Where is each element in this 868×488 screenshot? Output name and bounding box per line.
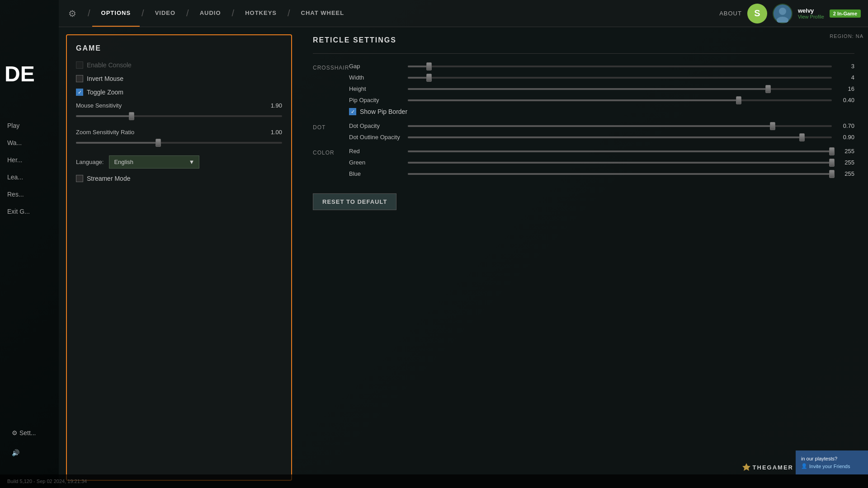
main-content: GAME Enable Console Invert Mouse Toggle … (59, 27, 868, 488)
dot-outline-opacity-value: 0.90 (836, 134, 854, 141)
nav-sep-5: / (288, 8, 290, 19)
about-link[interactable]: ABOUT (719, 10, 742, 17)
nav-sep-2: / (142, 8, 144, 19)
game-panel: GAME Enable Console Invert Mouse Toggle … (66, 34, 292, 481)
red-slider[interactable] (408, 150, 832, 152)
tab-hotkeys[interactable]: HOTKEYS (236, 0, 286, 27)
dot-outline-opacity-slider[interactable] (408, 136, 832, 138)
pip-opacity-thumb[interactable] (736, 96, 741, 104)
tab-audio[interactable]: AUDIO (191, 0, 230, 27)
show-pip-border-row: Show Pip Border (349, 108, 854, 115)
level-badge: S (747, 4, 767, 23)
zoom-sensitivity-fill (76, 142, 158, 144)
toggle-zoom-checkbox[interactable] (76, 89, 83, 96)
red-thumb[interactable] (829, 147, 835, 155)
user-avatar (773, 4, 793, 23)
reticle-title: RETICLE SETTINGS (313, 36, 854, 44)
blue-slider[interactable] (408, 173, 832, 175)
streamer-mode-label: Streamer Mode (87, 175, 130, 182)
invite-friends-button[interactable]: 👤 Invite your Friends (801, 463, 863, 469)
blue-thumb[interactable] (829, 170, 835, 178)
dot-opacity-slider[interactable] (408, 125, 832, 127)
pip-opacity-fill (408, 99, 739, 101)
width-label: Width (349, 74, 403, 81)
sidebar-settings[interactable]: ⚙ Sett... (5, 425, 43, 441)
enable-console-label: Enable Console (87, 61, 132, 69)
height-row: Height 16 (349, 85, 854, 92)
language-value: English (114, 159, 133, 165)
green-fill (408, 162, 832, 164)
dot-opacity-fill (408, 125, 773, 127)
mouse-sensitivity-label: Mouse Sensitivity (76, 102, 122, 109)
nav-tabs: OPTIONS / VIDEO / AUDIO / HOTKEYS / CHAT… (92, 0, 354, 27)
dot-opacity-thumb[interactable] (770, 122, 775, 130)
tab-video[interactable]: VIDEO (146, 0, 184, 27)
width-fill (408, 77, 429, 79)
height-thumb[interactable] (765, 85, 771, 93)
reticle-panel: RETICLE SETTINGS CROSSHAIR Gap 3 Width (299, 27, 868, 488)
user-info: welvy View Profile (798, 7, 824, 19)
crosshair-section-label: CROSSHAIR (313, 63, 349, 71)
tab-chat-wheel[interactable]: CHAT WHEEL (292, 0, 354, 27)
sidebar-logo: DE (5, 63, 35, 85)
width-slider[interactable] (408, 77, 832, 79)
mouse-sensitivity-slider-container[interactable] (76, 112, 282, 121)
language-label: Language: (76, 159, 104, 165)
enable-console-checkbox[interactable] (76, 61, 83, 69)
dot-opacity-label: Dot Opacity (349, 122, 403, 129)
gear-icon: ⚙ (63, 5, 81, 23)
pip-opacity-slider[interactable] (408, 99, 832, 101)
blue-value: 255 (836, 170, 854, 177)
sidebar-item-exit[interactable]: Exit G... (0, 203, 59, 220)
dot-opacity-row: Dot Opacity 0.70 (349, 122, 854, 129)
gap-slider[interactable] (408, 66, 832, 67)
blue-label: Blue (349, 170, 403, 177)
zoom-sensitivity-label: Zoom Sensitivity Ratio (76, 129, 134, 136)
mouse-sensitivity-row: Mouse Sensitivity 1.90 (76, 102, 282, 121)
view-profile-link[interactable]: View Profile (798, 14, 824, 19)
mouse-sensitivity-thumb[interactable] (129, 112, 134, 120)
green-thumb[interactable] (829, 159, 835, 167)
red-label: Red (349, 148, 403, 155)
build-info: Build 5,120 - Sep 02 2024, 19:21:34 (7, 479, 87, 484)
dot-opacity-value: 0.70 (836, 122, 854, 129)
sidebar-item-play[interactable]: Play (0, 117, 59, 134)
show-pip-border-checkbox[interactable] (349, 108, 356, 115)
streamer-mode-checkbox[interactable] (76, 175, 83, 182)
color-section: COLOR Red 255 Green (313, 148, 854, 177)
zoom-sensitivity-value: 1.00 (271, 129, 282, 136)
height-slider[interactable] (408, 88, 832, 90)
gap-row: Gap 3 (349, 63, 854, 70)
gap-value: 3 (836, 63, 854, 70)
language-select[interactable]: English ▼ (109, 155, 199, 169)
sidebar-menu: Play Wa... Her... Lea... Res... Exit G..… (0, 117, 59, 220)
red-fill (408, 150, 832, 152)
height-fill (408, 88, 768, 90)
width-row: Width 4 (349, 74, 854, 81)
zoom-sensitivity-thumb[interactable] (156, 139, 161, 147)
reset-to-default-button[interactable]: RESET TO DEFAULT (313, 193, 396, 210)
sidebar-audio[interactable]: 🔊 (5, 445, 43, 461)
enable-console-row: Enable Console (76, 61, 282, 69)
width-thumb[interactable] (426, 74, 432, 82)
person-add-icon: 👤 (801, 463, 807, 469)
dot-controls: Dot Opacity 0.70 Dot Outline Opacity 0.9… (349, 122, 854, 141)
pip-opacity-value: 0.40 (836, 97, 854, 103)
ingame-badge: 2 In-Game (830, 9, 861, 18)
zoom-sensitivity-slider-container[interactable] (76, 138, 282, 147)
pip-opacity-label: Pip Opacity (349, 97, 403, 103)
sidebar-item-watch[interactable]: Wa... (0, 135, 59, 151)
dot-outline-opacity-thumb[interactable] (799, 133, 805, 141)
gap-thumb[interactable] (426, 62, 432, 70)
sidebar-item-results[interactable]: Res... (0, 186, 59, 202)
green-row: Green 255 (349, 159, 854, 166)
blue-row: Blue 255 (349, 170, 854, 177)
sidebar-item-heroes[interactable]: Her... (0, 152, 59, 168)
tab-options[interactable]: OPTIONS (92, 0, 140, 27)
sidebar-item-learn[interactable]: Lea... (0, 169, 59, 185)
username: welvy (798, 7, 824, 14)
green-label: Green (349, 159, 403, 166)
show-pip-border-label: Show Pip Border (360, 108, 407, 115)
invert-mouse-checkbox[interactable] (76, 75, 83, 82)
green-slider[interactable] (408, 162, 832, 164)
